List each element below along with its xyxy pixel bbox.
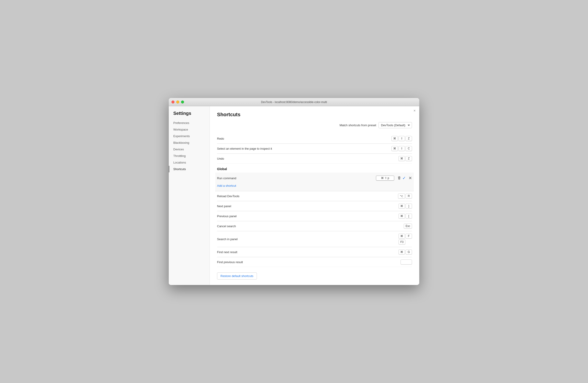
shortcut-inspect: Select an element in the page to inspect…: [217, 144, 412, 153]
run-command-edit-area: ⌘ ⇧ p: [376, 175, 402, 181]
devtools-window: DevTools - localhost:8080/demo/accessibl…: [169, 98, 419, 285]
preset-row: Match shortcuts from preset DevTools (De…: [217, 122, 412, 128]
unnamed-shortcuts-section: Redo ⌘ ⇧ Z Select an element in the page…: [217, 134, 412, 164]
shortcut-keys-inspect: ⌘ ⇧ C: [392, 146, 412, 151]
shortcut-keys-cancel-search: Esc: [404, 224, 412, 229]
key-r: R: [406, 193, 412, 199]
shortcut-name-redo: Redo: [217, 137, 392, 140]
key-cmd: ⌘: [399, 233, 405, 239]
shortcut-name-find-prev: Find previous result: [217, 260, 400, 264]
shortcut-name-cancel-search: Cancel search: [217, 225, 404, 228]
shortcut-find-next: Find next result ⌘ G: [217, 247, 412, 257]
key-combo-search-panel-2: F3: [399, 239, 405, 245]
key-cmd: ⌘: [399, 204, 405, 209]
delete-shortcut-icon[interactable]: [396, 175, 402, 181]
edit-confirm-cancel: ✓ ✕: [402, 175, 412, 181]
key-esc: Esc: [404, 224, 412, 229]
key-combo-cancel-search: Esc: [404, 224, 412, 229]
shortcut-name-run-command: Run command: [217, 176, 376, 180]
shortcut-keys-search-panel: ⌘ F F3: [399, 233, 412, 245]
key-combo-redo: ⌘ ⇧ Z: [392, 136, 412, 141]
shortcut-undo: Undo ⌘ Z: [217, 154, 412, 164]
sidebar-item-workspace[interactable]: Workspace: [169, 126, 210, 133]
shortcut-name-previous-panel: Previous panel: [217, 214, 399, 218]
key-g: G: [406, 249, 412, 254]
sidebar-heading: Settings: [169, 111, 210, 120]
shortcut-keys-find-prev: [400, 260, 412, 265]
key-cmd: ⌘: [399, 249, 405, 254]
key-bracket-right: ]: [406, 204, 412, 209]
key-cmd: ⌘: [392, 136, 398, 141]
key-cmd: ⌘: [392, 146, 398, 151]
key-combo-reload: ⌥ R: [398, 193, 412, 199]
close-traffic-light[interactable]: [171, 100, 174, 103]
add-shortcut-row: Add a shortcut: [217, 183, 412, 189]
key-combo-find-next: ⌘ G: [399, 249, 412, 254]
sidebar-item-throttling[interactable]: Throttling: [169, 153, 210, 159]
key-combo-next-panel: ⌘ ]: [399, 204, 412, 209]
key-f3: F3: [399, 239, 405, 245]
key-combo-inspect: ⌘ ⇧ C: [392, 146, 412, 151]
confirm-edit-button[interactable]: ✓: [402, 175, 406, 181]
content-area: × Settings Preferences Workspace Experim…: [169, 106, 419, 285]
shortcut-name-reload: Reload DevTools: [217, 194, 398, 198]
shortcut-cancel-search: Cancel search Esc: [217, 221, 412, 231]
shortcut-search-panel: Search in panel ⌘ F F3: [217, 231, 412, 247]
cancel-edit-button[interactable]: ✕: [409, 175, 412, 181]
run-command-row: Run command ⌘ ⇧ p ✓: [217, 175, 412, 183]
key-combo-previous-panel: ⌘ [: [399, 213, 412, 219]
add-shortcut-link[interactable]: Add a shortcut: [217, 184, 236, 187]
preset-label: Match shortcuts from preset: [339, 123, 376, 127]
global-shortcuts-section: Global Run command ⌘ ⇧ p: [217, 164, 412, 267]
key-cmd: ⌘: [399, 213, 405, 219]
key-cmd: ⌘: [399, 156, 405, 161]
key-bracket-left: [: [406, 213, 412, 219]
key-z: Z: [406, 136, 412, 141]
sidebar-item-preferences[interactable]: Preferences: [169, 120, 210, 126]
global-section-header: Global: [217, 164, 412, 173]
shortcut-run-command: Run command ⌘ ⇧ p ✓: [215, 173, 414, 191]
maximize-traffic-light[interactable]: [181, 100, 184, 103]
titlebar: DevTools - localhost:8080/demo/accessibl…: [169, 98, 419, 106]
key-opt: ⌥: [398, 193, 405, 199]
key-combo-run-command-editing[interactable]: ⌘ ⇧ p: [376, 175, 394, 181]
key-combo-find-prev: [400, 260, 412, 265]
page-title: Shortcuts: [217, 112, 412, 117]
shortcut-keys-next-panel: ⌘ ]: [399, 204, 412, 209]
shortcut-name-search-panel: Search in panel: [217, 237, 399, 241]
shortcut-next-panel: Next panel ⌘ ]: [217, 201, 412, 211]
key-z: Z: [406, 156, 412, 161]
sidebar-item-experiments[interactable]: Experiments: [169, 133, 210, 139]
sidebar-item-shortcuts[interactable]: Shortcuts: [169, 166, 210, 172]
sidebar: Settings Preferences Workspace Experimen…: [169, 106, 210, 285]
shortcut-keys-find-next: ⌘ G: [399, 249, 412, 254]
traffic-lights: [171, 100, 184, 103]
sidebar-item-locations[interactable]: Locations: [169, 159, 210, 166]
key-c: C: [406, 146, 412, 151]
key-f: F: [406, 233, 412, 239]
key-combo-search-panel-1: ⌘ F: [399, 233, 412, 239]
minimize-traffic-light[interactable]: [176, 100, 179, 103]
shortcut-reload-devtools: Reload DevTools ⌥ R: [217, 191, 412, 201]
shortcut-find-prev: Find previous result: [217, 257, 412, 267]
shortcut-name-undo: Undo: [217, 157, 399, 160]
shortcut-redo: Redo ⌘ ⇧ Z: [217, 134, 412, 144]
key-shift: ⇧: [399, 146, 405, 151]
shortcut-keys-reload: ⌥ R: [398, 193, 412, 199]
shortcut-name-inspect: Select an element in the page to inspect…: [217, 147, 392, 150]
sidebar-item-devices[interactable]: Devices: [169, 146, 210, 153]
shortcut-keys-undo: ⌘ Z: [399, 156, 412, 161]
sidebar-item-blackboxing[interactable]: Blackboxing: [169, 139, 210, 146]
key-combo-undo: ⌘ Z: [399, 156, 412, 161]
preset-select[interactable]: DevTools (Default) Visual Studio Code: [378, 122, 412, 128]
shortcut-keys-previous-panel: ⌘ [: [399, 213, 412, 219]
shortcut-keys-redo: ⌘ ⇧ Z: [392, 136, 412, 141]
window-title: DevTools - localhost:8080/demo/accessibl…: [261, 100, 327, 104]
shortcut-previous-panel: Previous panel ⌘ [: [217, 211, 412, 221]
key-placeholder: [400, 260, 412, 265]
shortcut-name-next-panel: Next panel: [217, 205, 399, 208]
key-shift: ⇧: [399, 136, 405, 141]
restore-default-shortcuts-button[interactable]: Restore default shortcuts: [217, 272, 257, 280]
main-content: Shortcuts Match shortcuts from preset De…: [210, 106, 419, 285]
close-button[interactable]: ×: [414, 109, 416, 113]
